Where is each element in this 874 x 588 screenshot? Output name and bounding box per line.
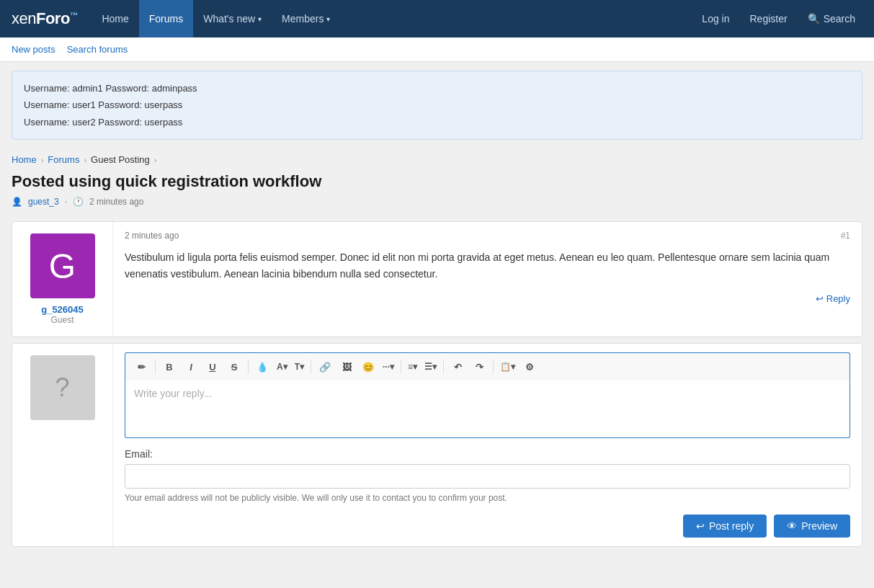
nav-login[interactable]: Log in: [695, 9, 736, 29]
nav-members[interactable]: Members ▾: [272, 0, 340, 37]
toolbar-color-btn[interactable]: 💧: [252, 357, 272, 376]
toolbar-settings-btn[interactable]: ⚙: [520, 357, 540, 376]
post-time: 2 minutes ago: [125, 231, 179, 241]
breadcrumb-current: Guest Posting: [91, 154, 150, 165]
thread-author[interactable]: guest_3: [28, 197, 59, 207]
nav-forums[interactable]: Forums: [139, 0, 193, 37]
credentials-line1: Username: admin1 Password: adminpass: [24, 80, 850, 97]
post-reply-button[interactable]: ↩ Post reply: [683, 514, 767, 538]
editor-area[interactable]: Write your reply...: [125, 380, 850, 438]
reply-sidebar: ?: [12, 344, 113, 546]
toolbar-sep2: [248, 360, 249, 374]
toolbar-strikethrough-btn[interactable]: S: [224, 357, 244, 376]
nav-whats-new[interactable]: What's new ▾: [193, 0, 272, 37]
toolbar-sep1: [155, 360, 156, 374]
post-header: 2 minutes ago #1: [125, 231, 850, 241]
top-navigation: xenForo™ Home Forums What's new ▾ Member…: [0, 0, 874, 37]
thread-meta-sep: ·: [65, 197, 67, 207]
nav-search-label: Search: [824, 13, 855, 24]
breadcrumb-forums[interactable]: Forums: [48, 154, 79, 165]
reply-label: Reply: [826, 293, 850, 304]
toolbar-underline-btn[interactable]: U: [202, 357, 223, 376]
nav-right: Log in Register 🔍 Search: [695, 9, 862, 29]
post-sidebar: G g_526045 Guest: [12, 222, 113, 337]
toolbar-redo-btn[interactable]: ↷: [469, 357, 489, 376]
toolbar-undo-btn[interactable]: ↶: [447, 357, 468, 376]
chevron-down-icon: ▾: [258, 15, 262, 23]
toolbar-sep3: [311, 360, 311, 374]
nav-whats-new-label: What's new: [203, 13, 255, 24]
breadcrumb-home[interactable]: Home: [12, 154, 37, 165]
avatar: G: [30, 233, 95, 298]
toolbar-sep6: [493, 360, 494, 374]
toolbar-font-size-btn[interactable]: T▾: [292, 357, 307, 376]
toolbar-pen-btn[interactable]: ✏: [131, 357, 151, 376]
editor-toolbar: ✏ B I U S 💧 A▾ T▾ 🔗 🖼 😊 ···▾ ≡▾ ☰▾ ↶ ↷ 📋…: [125, 352, 850, 380]
logo-trademark: ™: [70, 11, 78, 19]
breadcrumb-sep3: ›: [154, 156, 157, 164]
sub-navigation: New posts Search forums: [0, 37, 874, 62]
nav-register[interactable]: Register: [743, 9, 795, 29]
logo[interactable]: xenForo™: [12, 9, 77, 28]
reply-icon: ↩: [816, 293, 824, 304]
post-author-role: Guest: [50, 315, 73, 325]
toolbar-emoji-btn[interactable]: 😊: [358, 357, 378, 376]
toolbar-bold-btn[interactable]: B: [159, 357, 179, 376]
nav-members-label: Members: [282, 13, 324, 24]
nav-items: Home Forums What's new ▾ Members ▾: [92, 0, 695, 37]
reply-container: ? ✏ B I U S 💧 A▾ T▾ 🔗 🖼 😊 ···▾ ≡▾ ☰▾ ↶ ↷: [12, 343, 862, 547]
breadcrumb-sep2: ›: [84, 156, 86, 164]
search-icon: 🔍: [808, 13, 820, 24]
toolbar-italic-btn[interactable]: I: [181, 357, 201, 376]
credentials-line2: Username: user1 Password: userpass: [24, 97, 850, 113]
email-hint: Your email address will not be publicly …: [125, 493, 850, 503]
post-actions: ↩ Reply: [125, 293, 850, 304]
reply-body: ✏ B I U S 💧 A▾ T▾ 🔗 🖼 😊 ···▾ ≡▾ ☰▾ ↶ ↷ 📋…: [113, 344, 862, 546]
editor-placeholder: Write your reply...: [134, 388, 212, 399]
nav-search[interactable]: 🔍 Search: [801, 9, 862, 29]
post-container: G g_526045 Guest 2 minutes ago #1 Vestib…: [12, 221, 862, 337]
post-number: #1: [841, 231, 850, 241]
email-input[interactable]: [125, 464, 850, 489]
post-text: Vestibulum id ligula porta felis euismod…: [125, 249, 850, 282]
credentials-line3: Username: user2 Password: userpass: [24, 114, 850, 130]
submit-row: ↩ Post reply 👁 Preview: [125, 514, 850, 538]
preview-label: Preview: [801, 520, 837, 532]
toolbar-list-btn[interactable]: ☰▾: [422, 357, 440, 376]
toolbar-sep4: [401, 360, 401, 374]
reply-avatar: ?: [30, 355, 95, 420]
post-body: 2 minutes ago #1 Vestibulum id ligula po…: [113, 222, 862, 337]
sub-nav-new-posts[interactable]: New posts: [12, 44, 61, 55]
post-reply-label: Post reply: [709, 520, 754, 532]
post-author-name[interactable]: g_526045: [41, 304, 84, 315]
toolbar-template-btn[interactable]: 📋▾: [497, 357, 518, 376]
nav-home[interactable]: Home: [92, 0, 138, 37]
email-label: Email:: [125, 448, 850, 460]
clock-icon: 🕐: [73, 197, 84, 207]
breadcrumb-sep1: ›: [41, 156, 44, 164]
thread-time: 2 minutes ago: [89, 197, 143, 207]
preview-button[interactable]: 👁 Preview: [774, 514, 850, 538]
thread-title: Posted using quick registration workflow: [0, 168, 874, 194]
toolbar-more-btn[interactable]: ···▾: [380, 357, 397, 376]
sub-nav-search-forums[interactable]: Search forums: [67, 44, 134, 55]
logo-xen: xen: [12, 9, 36, 27]
post-reply-icon: ↩: [696, 520, 705, 532]
email-section: Email: Your email address will not be pu…: [125, 448, 850, 503]
toolbar-font-color-btn[interactable]: A▾: [274, 357, 290, 376]
credentials-box: Username: admin1 Password: adminpass Use…: [12, 71, 862, 140]
preview-icon: 👁: [787, 520, 797, 532]
toolbar-image-btn[interactable]: 🖼: [336, 357, 357, 376]
toolbar-sep5: [443, 360, 444, 374]
user-icon: 👤: [12, 197, 22, 207]
toolbar-link-btn[interactable]: 🔗: [315, 357, 335, 376]
thread-meta: 👤 guest_3 · 🕐 2 minutes ago: [0, 194, 874, 215]
chevron-down-icon: ▾: [326, 15, 330, 23]
logo-foro: Foro: [36, 9, 70, 27]
post-reply-link[interactable]: ↩ Reply: [816, 293, 850, 304]
toolbar-align-btn[interactable]: ≡▾: [405, 357, 420, 376]
breadcrumb: Home › Forums › Guest Posting ›: [0, 148, 874, 168]
